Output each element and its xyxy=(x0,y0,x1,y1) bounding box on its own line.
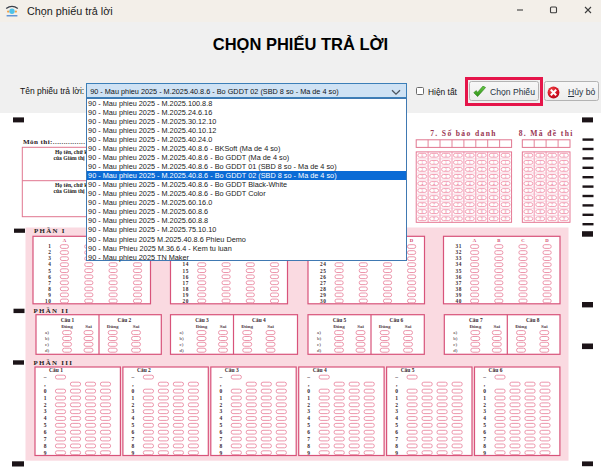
svg-text:Đúng: Đúng xyxy=(241,324,253,329)
svg-text:27: 27 xyxy=(320,280,327,286)
svg-text:4: 4 xyxy=(44,415,47,421)
svg-text:Câu 5: Câu 5 xyxy=(333,317,347,323)
svg-text:1: 1 xyxy=(395,395,398,401)
svg-text:Đúng: Đúng xyxy=(107,324,119,329)
svg-text:Sai: Sai xyxy=(541,324,548,329)
svg-text:c): c) xyxy=(45,342,49,347)
svg-text:5: 5 xyxy=(307,422,310,428)
svg-text:1: 1 xyxy=(307,395,310,401)
svg-text:24: 24 xyxy=(320,261,327,267)
svg-text:–: – xyxy=(482,374,486,380)
svg-text:2: 2 xyxy=(44,402,47,408)
svg-text:A: A xyxy=(473,238,477,243)
svg-text:2: 2 xyxy=(483,402,486,408)
svg-text:4: 4 xyxy=(132,415,135,421)
svg-text:PHẦN II: PHẦN II xyxy=(34,307,70,314)
svg-text:D: D xyxy=(545,238,549,243)
svg-text:Sai: Sai xyxy=(405,324,412,329)
svg-text:8: 8 xyxy=(307,443,310,449)
svg-text:17: 17 xyxy=(183,280,190,286)
svg-text:D: D xyxy=(410,238,414,243)
svg-text:0: 0 xyxy=(307,388,310,394)
svg-text:6: 6 xyxy=(132,429,135,435)
svg-text:9: 9 xyxy=(395,450,398,456)
svg-text:3: 3 xyxy=(219,408,222,414)
svg-text:6: 6 xyxy=(307,429,310,435)
svg-text:0: 0 xyxy=(483,388,486,394)
svg-text:b): b) xyxy=(179,336,184,341)
svg-text:4: 4 xyxy=(48,261,51,267)
svg-text:1: 1 xyxy=(48,243,51,249)
svg-text:6: 6 xyxy=(483,429,486,435)
svg-text:3: 3 xyxy=(44,408,47,414)
svg-text:của Giám thị 1: của Giám thị 1 xyxy=(54,155,89,161)
svg-text:a): a) xyxy=(180,330,184,335)
svg-text:37: 37 xyxy=(456,280,463,286)
svg-text:30: 30 xyxy=(320,298,327,304)
svg-text:Đúng: Đúng xyxy=(196,324,208,329)
svg-text:b): b) xyxy=(317,336,322,341)
svg-text:1: 1 xyxy=(44,395,47,401)
svg-text:8: 8 xyxy=(132,443,135,449)
svg-text:3: 3 xyxy=(483,408,486,414)
svg-text:4: 4 xyxy=(483,415,486,421)
svg-text:Câu 3: Câu 3 xyxy=(195,317,209,323)
svg-text:của Giám thị 2: của Giám thị 2 xyxy=(54,188,89,194)
svg-text:5: 5 xyxy=(44,422,47,428)
svg-text:3: 3 xyxy=(395,408,398,414)
svg-text:5: 5 xyxy=(483,422,486,428)
svg-text:0: 0 xyxy=(44,388,47,394)
svg-text:6: 6 xyxy=(219,429,222,435)
svg-text:Sai: Sai xyxy=(85,324,92,329)
svg-text:4: 4 xyxy=(395,415,398,421)
svg-text:14: 14 xyxy=(183,261,190,267)
svg-text:Câu 7: Câu 7 xyxy=(469,317,483,323)
svg-text:Họ tên, chữ ký: Họ tên, chữ ký xyxy=(55,182,90,188)
svg-text:7: 7 xyxy=(132,436,135,442)
svg-text:3: 3 xyxy=(132,408,135,414)
svg-text:7: 7 xyxy=(483,436,486,442)
svg-text:9: 9 xyxy=(219,450,222,456)
svg-text:a): a) xyxy=(317,330,321,335)
svg-text:7. Số báo danh: 7. Số báo danh xyxy=(430,129,497,138)
svg-text:2: 2 xyxy=(307,402,310,408)
svg-text:Sai: Sai xyxy=(267,324,274,329)
svg-text:29: 29 xyxy=(320,292,327,298)
svg-text:8: 8 xyxy=(395,443,398,449)
svg-text:Đúng: Đúng xyxy=(379,324,391,329)
svg-text:Đúng: Đúng xyxy=(61,324,73,329)
svg-text:0: 0 xyxy=(219,388,222,394)
svg-text:Câu 5: Câu 5 xyxy=(401,367,415,373)
svg-text:2: 2 xyxy=(219,402,222,408)
svg-text:c): c) xyxy=(180,342,184,347)
svg-text:–: – xyxy=(394,374,398,380)
svg-text:d): d) xyxy=(317,348,322,353)
svg-text:Sai: Sai xyxy=(493,324,500,329)
svg-text:Sai: Sai xyxy=(220,324,227,329)
svg-text:9: 9 xyxy=(48,292,51,298)
svg-text:c): c) xyxy=(453,342,457,347)
svg-text:d): d) xyxy=(45,348,50,353)
svg-text:9: 9 xyxy=(483,450,486,456)
svg-text:5: 5 xyxy=(48,268,51,274)
svg-text:20: 20 xyxy=(183,298,190,304)
svg-text:3: 3 xyxy=(307,408,310,414)
svg-text:0: 0 xyxy=(132,388,135,394)
svg-text:1: 1 xyxy=(132,395,135,401)
svg-text:1: 1 xyxy=(483,395,486,401)
svg-text:Câu 4: Câu 4 xyxy=(252,317,266,323)
svg-text:8: 8 xyxy=(44,443,47,449)
svg-text:A: A xyxy=(63,238,67,243)
svg-text:7: 7 xyxy=(219,436,222,442)
svg-text:–: – xyxy=(43,374,47,380)
svg-text:5: 5 xyxy=(219,422,222,428)
svg-text:a): a) xyxy=(453,330,457,335)
svg-text:9: 9 xyxy=(132,450,135,456)
svg-text:–: – xyxy=(131,374,135,380)
svg-text:Sai: Sai xyxy=(133,324,140,329)
svg-text:1: 1 xyxy=(219,395,222,401)
svg-text:8: 8 xyxy=(219,443,222,449)
svg-text:Câu 1: Câu 1 xyxy=(49,367,63,373)
svg-text:Câu 8: Câu 8 xyxy=(526,317,540,323)
svg-text:–: – xyxy=(218,374,222,380)
